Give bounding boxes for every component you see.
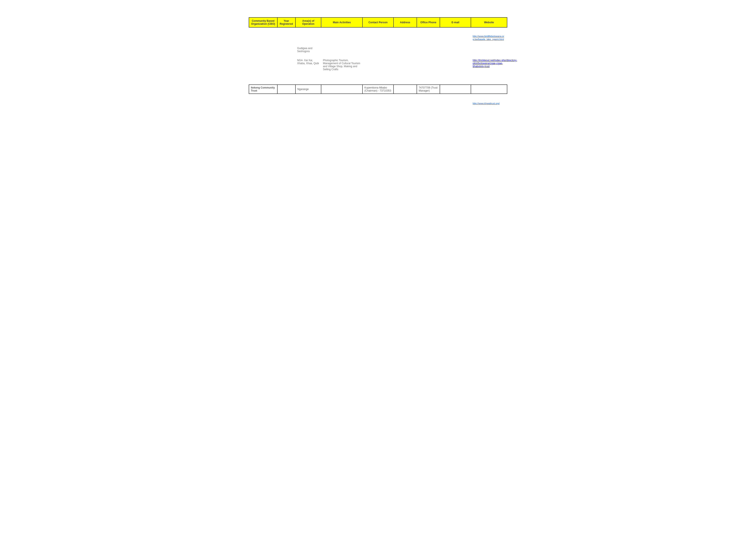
website-link-row-1: http://www.birdlifebotswana.org.bw/basel… bbox=[249, 34, 507, 41]
spacer-row-2 bbox=[249, 72, 507, 78]
header-email: E-mail bbox=[440, 17, 471, 27]
itekeng-email bbox=[440, 85, 471, 94]
page-container: Community Based Organization (CBO) Year … bbox=[249, 4, 507, 119]
ng4-row: NG4- Xai Xai, Xhaba, Xhaa, Qubi Photogra… bbox=[249, 58, 507, 72]
mid-spacer-2 bbox=[249, 54, 507, 58]
khwai-link[interactable]: http://www.khwaitrust.org/ bbox=[472, 102, 500, 105]
khwai-link-row: http://www.khwaitrust.org/ bbox=[249, 100, 507, 107]
website-cell-ng4: http://trickleout.net/index.php/director… bbox=[471, 58, 507, 72]
website-cell-1: http://www.birdlifebotswana.org.bw/basel… bbox=[471, 34, 507, 41]
itekeng-year bbox=[277, 85, 295, 94]
spacer-row-3 bbox=[249, 78, 507, 85]
spacer-row-4 bbox=[249, 94, 507, 100]
itekeng-website bbox=[471, 85, 507, 94]
spacer-row-1 bbox=[249, 27, 507, 34]
khwai-website-cell: http://www.khwaitrust.org/ bbox=[471, 100, 507, 107]
trickleout-link[interactable]: http://trickleout.net/index.php/director… bbox=[472, 59, 517, 68]
spacer-row-5 bbox=[249, 107, 507, 113]
itekeng-activities bbox=[321, 85, 363, 94]
itekeng-address bbox=[393, 85, 417, 94]
mid-spacer-1 bbox=[249, 41, 507, 46]
birdlife-link[interactable]: http://www.birdlifebotswana.org.bw/basel… bbox=[472, 35, 504, 40]
itekeng-phone: 74707709 (Trust Manager) bbox=[417, 85, 440, 94]
top-spacer bbox=[249, 4, 507, 17]
header-year: Year Registered bbox=[277, 17, 295, 27]
area-gudigwa: Gudigwa and Seshogora bbox=[295, 46, 321, 54]
header-activities: Main Activities bbox=[321, 17, 363, 27]
header-area: Area(s) of Operation bbox=[295, 17, 321, 27]
header-row: Community Based Organization (CBO) Year … bbox=[249, 17, 507, 27]
itekeng-cbo: Itekeng Community Trust bbox=[249, 85, 277, 94]
activities-ng4: Photographic Tourism, Management of Cult… bbox=[321, 58, 363, 72]
header-cbo: Community Based Organization (CBO) bbox=[249, 17, 277, 27]
area-row-1: Gudigwa and Seshogora bbox=[249, 46, 507, 54]
spacer-row-6 bbox=[249, 113, 507, 119]
itekeng-row: Itekeng Community Trust Ngarange Kupembo… bbox=[249, 85, 507, 94]
area-ng4: NG4- Xai Xai, Xhaba, Xhaa, Qubi bbox=[295, 58, 321, 72]
header-address: Address bbox=[393, 17, 417, 27]
header-phone: Office Phone bbox=[417, 17, 440, 27]
itekeng-area: Ngarange bbox=[295, 85, 321, 94]
itekeng-contact: Kupembona Mbabo (Chairman) - 73710353 bbox=[363, 85, 393, 94]
header-website: Website bbox=[471, 17, 507, 27]
header-contact: Contact Person bbox=[363, 17, 393, 27]
main-table: Community Based Organization (CBO) Year … bbox=[249, 17, 507, 119]
